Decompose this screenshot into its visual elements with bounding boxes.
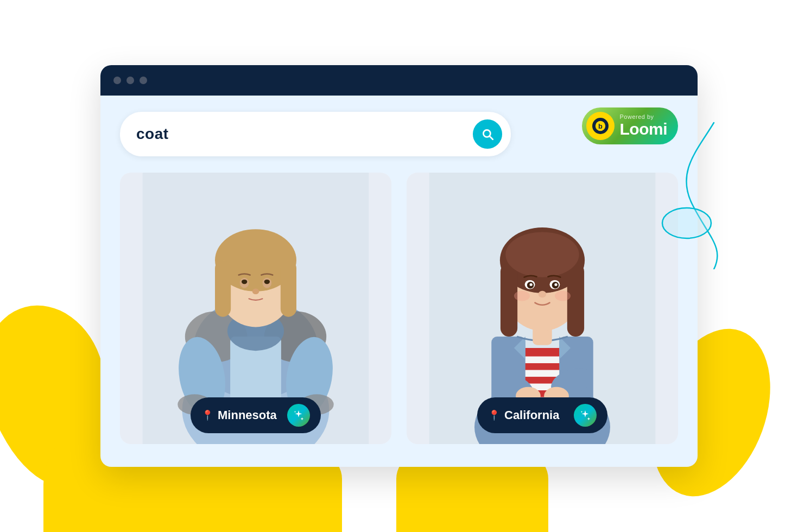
product-card-minnesota: 📍 Minnesota <box>120 173 391 444</box>
product-label-california: 📍 California <box>477 397 607 433</box>
svg-point-47 <box>530 283 533 286</box>
sparkle-button-minnesota[interactable] <box>287 404 310 427</box>
label-left-california: 📍 California <box>488 408 559 422</box>
loomi-logo-icon: b <box>594 120 606 132</box>
loomi-icon-letter: b <box>592 118 609 134</box>
powered-by-label: Powered by <box>620 114 668 120</box>
svg-point-16 <box>264 280 270 284</box>
browser-titlebar <box>100 65 698 96</box>
loomi-icon-circle: b <box>586 112 615 140</box>
location-minnesota: Minnesota <box>218 408 277 422</box>
window-dot-2 <box>126 77 134 84</box>
window-dot-3 <box>140 77 147 84</box>
svg-point-51 <box>555 291 571 301</box>
loomi-text-group: Powered by Loomi <box>620 114 668 138</box>
sparkle-icon-california <box>579 409 591 421</box>
search-icon <box>480 127 495 141</box>
products-grid: 📍 Minnesota <box>120 173 678 444</box>
svg-point-15 <box>242 280 247 284</box>
window-dot-1 <box>113 77 121 84</box>
search-bar[interactable]: coat <box>120 112 511 156</box>
svg-rect-11 <box>215 260 231 316</box>
loomi-badge: b Powered by Loomi <box>582 107 679 144</box>
pin-icon-minnesota: 📍 <box>201 409 213 421</box>
sparkle-icon-minnesota <box>293 409 305 421</box>
svg-point-49 <box>539 291 547 298</box>
svg-text:b: b <box>598 122 603 130</box>
label-left-minnesota: 📍 Minnesota <box>201 408 277 422</box>
svg-rect-41 <box>567 263 584 337</box>
scene: coat b Powe <box>0 0 798 532</box>
sparkle-button-california[interactable] <box>574 404 597 427</box>
search-button[interactable] <box>473 119 502 149</box>
location-california: California <box>504 408 559 422</box>
svg-point-48 <box>554 283 557 286</box>
product-label-minnesota: 📍 Minnesota <box>191 397 321 433</box>
product-card-california: 📍 California <box>407 173 678 444</box>
browser-window: coat b Powe <box>100 65 698 467</box>
svg-rect-12 <box>281 260 296 316</box>
svg-point-17 <box>252 289 259 294</box>
loomi-name-label: Loomi <box>620 120 668 138</box>
svg-rect-40 <box>501 263 517 337</box>
svg-point-50 <box>514 291 530 301</box>
svg-point-42 <box>505 232 579 277</box>
search-value: coat <box>136 125 473 143</box>
browser-content: coat b Powe <box>100 96 698 460</box>
pin-icon-california: 📍 <box>488 409 500 421</box>
